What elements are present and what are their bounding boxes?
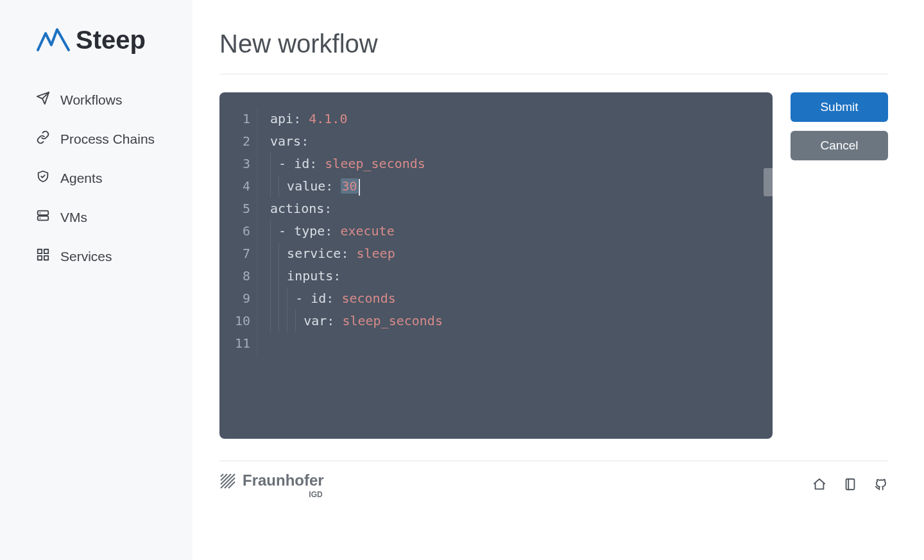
editor-scrollbar-thumb[interactable] <box>764 168 773 196</box>
line-number: 5 <box>219 198 257 220</box>
code-line[interactable]: 3 - id: sleep_seconds <box>219 153 773 175</box>
svg-rect-0 <box>38 211 49 215</box>
code-lines: 1api: 4.1.02vars:3 - id: sleep_seconds4 … <box>219 108 773 355</box>
chain-link-icon <box>36 130 50 148</box>
line-number: 6 <box>219 220 257 242</box>
code-editor[interactable]: 1api: 4.1.02vars:3 - id: sleep_seconds4 … <box>219 92 773 439</box>
server-icon <box>36 208 50 226</box>
svg-point-3 <box>40 217 41 219</box>
book-icon <box>843 477 857 494</box>
sidebar-item-services[interactable]: Services <box>36 248 171 265</box>
steep-logo-icon <box>36 26 71 53</box>
cancel-button[interactable]: Cancel <box>791 131 888 160</box>
line-number: 3 <box>219 153 257 175</box>
sidebar-nav: Workflows Process Chains Agents VMs <box>36 91 171 265</box>
code-line[interactable]: 6 - type: execute <box>219 220 773 242</box>
action-panel: Submit Cancel <box>791 92 888 160</box>
line-number: 8 <box>219 265 257 287</box>
svg-rect-14 <box>846 479 855 490</box>
code-content: value: 30 <box>270 175 773 198</box>
code-content: - id: seconds <box>270 287 773 310</box>
code-line[interactable]: 10 var: sleep_seconds <box>219 310 773 332</box>
svg-rect-7 <box>44 256 48 260</box>
svg-rect-6 <box>38 256 42 260</box>
footer-divider <box>219 461 888 461</box>
code-content: - type: execute <box>270 220 773 242</box>
code-content: api: 4.1.0 <box>270 108 773 130</box>
sidebar-item-workflows[interactable]: Workflows <box>36 91 171 108</box>
sidebar-item-label: Agents <box>60 171 102 186</box>
home-icon <box>812 477 826 494</box>
fraunhofer-name: Fraunhofer <box>243 473 324 488</box>
svg-line-8 <box>221 474 235 488</box>
fraunhofer-logo[interactable]: Fraunhofer IGD <box>219 473 324 498</box>
line-number: 2 <box>219 130 257 153</box>
github-icon <box>874 477 888 494</box>
code-content: var: sleep_seconds <box>270 310 773 332</box>
svg-point-2 <box>40 212 41 214</box>
code-line[interactable]: 2vars: <box>219 130 773 153</box>
code-content: service: sleep <box>270 242 773 265</box>
code-line[interactable]: 5actions: <box>219 198 773 220</box>
main-content: New workflow 1api: 4.1.02vars:3 - id: sl… <box>193 0 924 560</box>
svg-rect-1 <box>38 216 49 220</box>
sidebar: Steep Workflows Process Chains Agents <box>0 0 193 560</box>
line-number: 9 <box>219 287 257 310</box>
github-link[interactable] <box>874 477 888 494</box>
line-number: 7 <box>219 242 257 265</box>
sidebar-item-label: Services <box>60 249 112 264</box>
grid-icon <box>36 248 50 265</box>
svg-line-11 <box>221 474 223 477</box>
fraunhofer-sub: IGD <box>309 491 322 498</box>
line-number: 1 <box>219 108 257 130</box>
docs-link[interactable] <box>843 477 857 494</box>
sidebar-item-agents[interactable]: Agents <box>36 169 171 187</box>
footer-links <box>812 477 888 494</box>
footer: Fraunhofer IGD <box>219 473 888 510</box>
line-number: 11 <box>219 332 257 355</box>
code-line[interactable]: 8 inputs: <box>219 265 773 287</box>
title-divider <box>219 74 888 74</box>
svg-rect-5 <box>44 250 48 253</box>
brand-logo[interactable]: Steep <box>36 26 171 53</box>
shield-icon <box>36 169 50 187</box>
svg-rect-4 <box>38 250 42 253</box>
fraunhofer-mark-icon <box>219 473 236 492</box>
code-line[interactable]: 1api: 4.1.0 <box>219 108 773 130</box>
code-line[interactable]: 7 service: sleep <box>219 242 773 265</box>
content-row: 1api: 4.1.02vars:3 - id: sleep_seconds4 … <box>219 92 888 439</box>
code-content: inputs: <box>270 265 773 287</box>
sidebar-item-label: VMs <box>60 210 87 225</box>
line-number: 10 <box>219 310 257 332</box>
code-content: - id: sleep_seconds <box>270 153 773 175</box>
fraunhofer-wordmark: Fraunhofer IGD <box>243 473 324 498</box>
paper-plane-icon <box>36 91 50 108</box>
code-line[interactable]: 11 <box>219 332 773 355</box>
code-content: vars: <box>270 130 773 153</box>
submit-button[interactable]: Submit <box>791 92 888 122</box>
code-line[interactable]: 4 value: 30 <box>219 175 773 198</box>
sidebar-item-process-chains[interactable]: Process Chains <box>36 130 171 148</box>
brand-name: Steep <box>76 27 146 53</box>
sidebar-item-label: Workflows <box>60 92 122 108</box>
home-link[interactable] <box>812 477 826 494</box>
text-cursor <box>359 179 360 196</box>
line-number: 4 <box>219 175 257 198</box>
sidebar-item-vms[interactable]: VMs <box>36 208 171 226</box>
page-title: New workflow <box>219 30 888 58</box>
sidebar-item-label: Process Chains <box>60 132 155 147</box>
code-content: actions: <box>270 198 773 220</box>
app-root: Steep Workflows Process Chains Agents <box>0 0 924 560</box>
code-line[interactable]: 9 - id: seconds <box>219 287 773 310</box>
